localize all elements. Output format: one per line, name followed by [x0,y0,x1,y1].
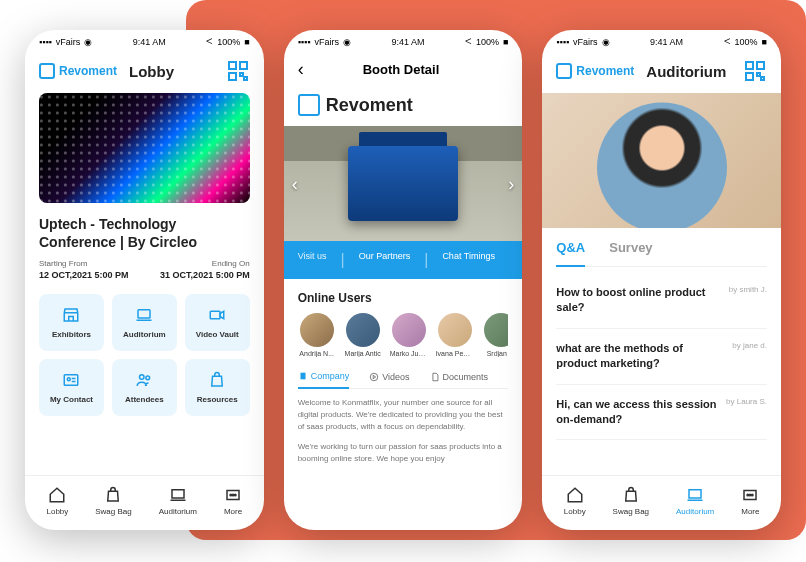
user-item[interactable]: Srdjan ... [482,313,509,357]
svg-point-15 [370,373,378,381]
tab-documents[interactable]: Documents [430,371,489,382]
status-bar: ▪▪▪▪vFairs◉ 9:41 AM ⵦ100%■ [542,30,781,49]
nav-auditorium[interactable]: Auditorium [159,486,197,516]
carousel-prev-icon[interactable]: ‹ [292,173,298,194]
partners-link[interactable]: Our Partners [359,251,411,269]
svg-rect-2 [229,73,236,80]
svg-point-21 [747,494,749,496]
svg-point-8 [146,376,150,380]
nav-auditorium[interactable]: Auditorium [676,486,714,516]
more-icon [224,486,242,504]
back-icon[interactable]: ‹ [298,59,304,80]
event-hero-image [39,93,250,203]
nav-swag-bag[interactable]: Swag Bag [613,486,649,516]
svg-rect-3 [138,310,150,318]
nav-lobby[interactable]: Lobby [564,486,586,516]
avatar [484,313,509,347]
status-bar: ▪▪▪▪vFairs◉ 9:41 AM ⵦ100%■ [284,30,523,49]
page-title: Booth Detail [320,62,483,77]
svg-point-13 [235,494,237,496]
brand-logo [298,94,320,116]
bottom-nav: Lobby Swag Bag Auditorium More [542,475,781,530]
svg-point-22 [750,494,752,496]
card-attendees[interactable]: Attendees [112,359,177,416]
svg-point-11 [230,494,232,496]
svg-rect-14 [300,373,305,380]
nav-lobby[interactable]: Lobby [46,486,68,516]
user-item[interactable]: Andrija N... [298,313,336,357]
qr-icon[interactable] [226,59,250,83]
brand-logo: Revoment [556,63,634,79]
user-item[interactable]: Marko Jus... [390,313,428,357]
phone-booth: ▪▪▪▪vFairs◉ 9:41 AM ⵦ100%■ ‹ Booth Detai… [284,30,523,530]
chat-timings-link[interactable]: Chat Timings [442,251,495,269]
svg-point-7 [140,375,145,380]
document-icon [430,372,440,382]
building-icon [298,371,308,381]
home-icon [48,486,66,504]
avatar [346,313,380,347]
avatar [438,313,472,347]
tab-qa[interactable]: Q&A [556,240,585,267]
card-exhibitors[interactable]: Exhibitors [39,294,104,351]
brand-logo: Revoment [39,63,117,79]
tab-videos[interactable]: Videos [369,371,409,382]
phone-lobby: ▪▪▪▪vFairs◉ 9:41 AM ⵦ100%■ Revoment Lobb… [25,30,264,530]
contact-icon [61,371,81,389]
action-bar: Visit us | Our Partners | Chat Timings [284,241,523,279]
bag-icon [104,486,122,504]
nav-more[interactable]: More [741,486,759,516]
user-item[interactable]: Ivana Pesi... [436,313,474,357]
page-title: Lobby [129,63,218,80]
home-icon [566,486,584,504]
svg-rect-9 [172,490,184,498]
avatar [300,313,334,347]
card-my-contact[interactable]: My Contact [39,359,104,416]
svg-rect-19 [689,490,701,498]
storefront-icon [61,306,81,324]
svg-rect-5 [65,375,79,386]
qa-item[interactable]: Hi, can we access this session on-demand… [556,385,767,441]
svg-rect-18 [746,73,753,80]
bottom-nav: Lobby Swag Bag Auditorium More [25,475,264,530]
qa-item[interactable]: what are the methods of product marketin… [556,329,767,385]
svg-rect-0 [229,62,236,69]
card-resources[interactable]: Resources [185,359,250,416]
users-icon [134,371,154,389]
svg-point-12 [232,494,234,496]
laptop-icon [686,486,704,504]
svg-rect-1 [240,62,247,69]
more-icon [741,486,759,504]
svg-point-23 [752,494,754,496]
video-icon [207,306,227,324]
tab-company[interactable]: Company [298,371,350,389]
qr-icon[interactable] [743,59,767,83]
company-description: We're working to turn our passion for sa… [298,441,509,465]
phone-auditorium: ▪▪▪▪vFairs◉ 9:41 AM ⵦ100%■ Revoment Audi… [542,30,781,530]
presenter-image [542,93,781,228]
bag-icon [207,371,227,389]
svg-point-6 [68,378,71,381]
card-video-vault[interactable]: Video Vault [185,294,250,351]
nav-swag-bag[interactable]: Swag Bag [95,486,131,516]
company-description: Welcome to Konmatflix, your number one s… [298,397,509,433]
carousel-next-icon[interactable]: › [508,173,514,194]
page-title: Auditorium [646,63,735,80]
svg-rect-16 [746,62,753,69]
svg-rect-4 [210,312,220,320]
card-auditorium[interactable]: Auditorium [112,294,177,351]
laptop-icon [134,306,154,324]
avatar [392,313,426,347]
tab-survey[interactable]: Survey [609,240,652,266]
svg-rect-17 [757,62,764,69]
online-users-title: Online Users [298,291,509,305]
qa-item[interactable]: How to boost online product sale?by smit… [556,273,767,329]
laptop-icon [169,486,187,504]
booth-image: ‹ › [284,126,523,241]
play-icon [369,372,379,382]
event-title: Uptech - Technology Conference | By Circ… [39,215,250,251]
user-item[interactable]: Marija Antic [344,313,382,357]
visit-us-link[interactable]: Visit us [298,251,327,269]
status-bar: ▪▪▪▪vFairs◉ 9:41 AM ⵦ100%■ [25,30,264,49]
nav-more[interactable]: More [224,486,242,516]
